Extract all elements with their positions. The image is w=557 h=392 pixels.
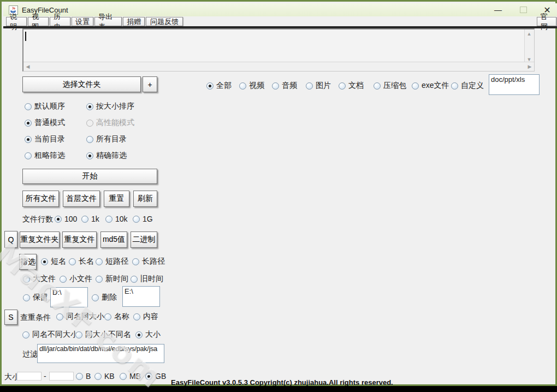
radio-filetype-video[interactable]: 视频 — [239, 81, 264, 90]
minimize-button[interactable]: — — [487, 3, 509, 16]
radio-icon — [145, 373, 152, 380]
radio-icon — [412, 82, 419, 90]
radio-filetype-audio[interactable]: 音频 — [272, 81, 297, 90]
radio-icon — [451, 82, 458, 90]
menu-help[interactable]: 说明 — [6, 17, 27, 26]
horizontal-scrollbar[interactable]: ◀ ▶ — [23, 62, 534, 71]
radio-same-name-same-size[interactable]: 同名同大小 — [56, 312, 104, 321]
radio-big-file[interactable]: 大文件 — [23, 275, 56, 283]
radio-dir-current[interactable]: 当前目录 — [25, 135, 65, 144]
screen: EasyFileCount — ✕ 说明 视图 历史 设置 导出表 捐赠 问题反… — [0, 0, 557, 392]
duplicate-folders-button[interactable]: 重复文件夹 — [20, 231, 60, 248]
radio-dir-all[interactable]: 所有目录 — [86, 135, 127, 144]
radio-name-long[interactable]: 长名 — [69, 257, 94, 266]
radio-icon — [69, 258, 76, 265]
first-level-files-button[interactable]: 首层文件 — [63, 191, 100, 207]
result-textarea[interactable]: ▲ ▼ ◀ ▶ — [22, 28, 535, 72]
radio-sort-default[interactable]: 默认顺序 — [25, 102, 65, 111]
radio-keep[interactable]: 保留 — [23, 293, 48, 302]
radio-icon — [105, 216, 112, 223]
radio-by-name[interactable]: 名称 — [104, 312, 129, 321]
dedupe-condition-label: 查重条件 — [20, 313, 51, 323]
scroll-right-icon[interactable]: ▶ — [525, 62, 534, 70]
add-folder-button[interactable]: + — [143, 76, 157, 92]
radio-icon — [92, 294, 99, 301]
radio-icon — [133, 216, 140, 223]
radio-unit-b[interactable]: B — [76, 372, 91, 381]
menu-website[interactable]: 官网 — [537, 17, 556, 26]
radio-filetype-custom[interactable]: 自定义 — [451, 81, 484, 90]
scroll-up-icon[interactable]: ▲ — [525, 29, 534, 38]
radio-icon — [25, 120, 32, 127]
radio-sift-precise[interactable]: 精确筛选 — [86, 151, 127, 160]
radio-icon — [96, 276, 103, 283]
delete-path-input[interactable]: E:\ — [122, 286, 160, 307]
radio-filetype-exe[interactable]: exe文件 — [412, 81, 449, 90]
q-button[interactable]: Q — [4, 231, 17, 248]
maximize-button — [512, 3, 535, 16]
radio-same-name-diff-size[interactable]: 同名不同大小 — [22, 330, 78, 339]
radio-icon — [135, 331, 143, 338]
radio-path-short[interactable]: 短路径 — [96, 257, 128, 266]
vertical-scrollbar[interactable]: ▲ ▼ — [524, 29, 534, 63]
radio-icon — [25, 152, 32, 159]
radio-name-short[interactable]: 短名 — [41, 257, 66, 266]
radio-icon — [86, 152, 93, 159]
reset-button[interactable]: 重置 — [104, 191, 129, 207]
menu-export[interactable]: 导出表 — [94, 17, 122, 26]
radio-filetype-archive[interactable]: 压缩包 — [374, 81, 406, 90]
radio-filetype-image[interactable]: 图片 — [306, 81, 331, 90]
size-max-input[interactable] — [49, 372, 74, 381]
radio-delete[interactable]: 删除 — [92, 293, 117, 302]
binary-button[interactable]: 二进制 — [131, 231, 157, 248]
radio-rows-1k[interactable]: 1k — [81, 215, 99, 223]
menu-view[interactable]: 视图 — [28, 17, 49, 26]
md5-button[interactable]: md5值 — [100, 231, 127, 248]
radio-by-content[interactable]: 内容 — [133, 312, 158, 321]
radio-rows-10k[interactable]: 10k — [105, 215, 128, 223]
radio-icon — [306, 82, 313, 90]
radio-icon — [86, 103, 93, 110]
filter-button[interactable]: 筛选 — [19, 254, 37, 270]
filter-ext-input[interactable]: dll/jar/cab/bin/dat/db/msi/edb/sys/pak/j… — [37, 344, 164, 363]
size-min-input[interactable] — [17, 372, 42, 381]
duplicate-files-button[interactable]: 重复文件 — [62, 231, 97, 248]
copyright-text: EasyFileCount v3.0.5.3 Copyright(c) zhuj… — [171, 378, 393, 387]
radio-icon — [22, 331, 29, 338]
menu-donate[interactable]: 捐赠 — [123, 17, 145, 26]
radio-new-time[interactable]: 新时间 — [96, 275, 128, 283]
s-button[interactable]: S — [4, 310, 17, 325]
radio-sort-by-size[interactable]: 按大小排序 — [86, 102, 134, 111]
radio-rows-100[interactable]: 100 — [55, 215, 77, 223]
menu-feedback[interactable]: 问题反馈 — [146, 17, 183, 26]
size-range-separator: - — [44, 372, 46, 381]
menu-settings[interactable]: 设置 — [72, 17, 93, 26]
radio-mode-normal[interactable]: 普通模式 — [25, 118, 65, 127]
radio-rows-1g[interactable]: 1G — [133, 215, 153, 223]
custom-ext-input[interactable]: doc/ppt/xls — [489, 74, 540, 95]
refresh-button[interactable]: 刷新 — [133, 191, 157, 207]
start-button[interactable]: 开始 — [22, 169, 157, 184]
radio-icon — [25, 136, 32, 143]
radio-filetype-document[interactable]: 文档 — [339, 81, 364, 90]
radio-by-size[interactable]: 大小 — [135, 330, 161, 339]
scroll-left-icon[interactable]: ◀ — [23, 62, 32, 70]
radio-path-long[interactable]: 长路径 — [132, 257, 165, 266]
radio-icon — [76, 373, 83, 380]
radio-icon — [75, 331, 82, 338]
radio-filetype-all[interactable]: 全部 — [206, 81, 232, 90]
radio-same-size-diff-name[interactable]: 同大小不同名 — [75, 330, 131, 339]
menu-history[interactable]: 历史 — [50, 17, 70, 26]
radio-unit-kb[interactable]: KB — [94, 372, 115, 381]
choose-folder-button[interactable]: 选择文件夹 — [22, 76, 141, 92]
radio-icon — [131, 276, 138, 283]
all-files-button[interactable]: 所有文件 — [22, 191, 59, 207]
radio-sift-rough[interactable]: 粗略筛选 — [25, 151, 65, 160]
radio-unit-gb[interactable]: GB — [145, 372, 166, 381]
radio-icon — [206, 82, 214, 90]
radio-icon — [41, 258, 48, 265]
radio-old-time[interactable]: 旧时间 — [131, 275, 163, 283]
radio-small-file[interactable]: 小文件 — [60, 275, 92, 283]
radio-unit-mb[interactable]: MB — [120, 372, 141, 381]
keep-path-input[interactable]: D:\ — [50, 287, 88, 307]
